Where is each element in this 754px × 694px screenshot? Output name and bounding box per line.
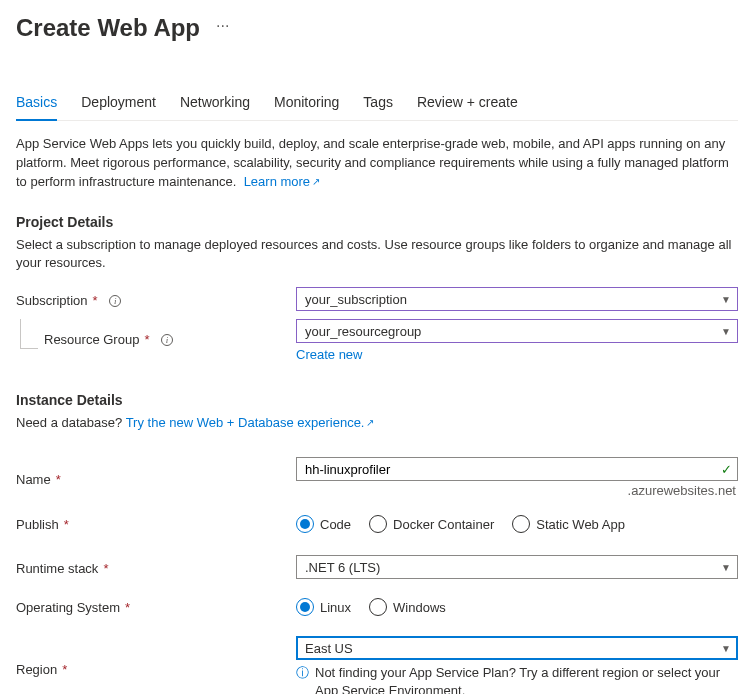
os-radio-windows[interactable]: Windows [369, 598, 446, 616]
tab-bar: Basics Deployment Networking Monitoring … [16, 86, 738, 121]
info-solid-icon: ⓘ [296, 664, 309, 694]
tab-networking[interactable]: Networking [180, 86, 250, 120]
runtime-select-value: .NET 6 (LTS) [305, 560, 380, 575]
required-icon: * [125, 600, 130, 615]
info-icon[interactable]: i [161, 334, 173, 346]
chevron-down-icon: ▼ [721, 294, 731, 305]
name-label: Name [16, 472, 51, 487]
resource-group-select-value: your_resourcegroup [305, 324, 421, 339]
required-icon: * [62, 662, 67, 677]
publish-radio-static[interactable]: Static Web App [512, 515, 625, 533]
project-details-heading: Project Details [16, 214, 738, 230]
publish-label: Publish [16, 517, 59, 532]
os-radio-group: Linux Windows [296, 595, 738, 616]
web-database-link[interactable]: Try the new Web + Database experience.↗ [126, 415, 375, 430]
publish-radio-docker[interactable]: Docker Container [369, 515, 494, 533]
subscription-select[interactable]: your_subscription ▼ [296, 287, 738, 311]
external-link-icon: ↗ [312, 176, 320, 187]
external-link-icon: ↗ [366, 417, 374, 428]
required-icon: * [144, 332, 149, 347]
intro-body: App Service Web Apps lets you quickly bu… [16, 136, 729, 189]
tab-tags[interactable]: Tags [363, 86, 393, 120]
tab-basics[interactable]: Basics [16, 86, 57, 120]
region-hint: Not finding your App Service Plan? Try a… [315, 664, 738, 694]
create-new-link[interactable]: Create new [296, 347, 362, 362]
publish-radio-code[interactable]: Code [296, 515, 351, 533]
name-input[interactable] [296, 457, 738, 481]
required-icon: * [103, 561, 108, 576]
name-suffix: .azurewebsites.net [296, 483, 738, 498]
required-icon: * [64, 517, 69, 532]
tab-deployment[interactable]: Deployment [81, 86, 156, 120]
info-icon[interactable]: i [109, 295, 121, 307]
chevron-down-icon: ▼ [721, 562, 731, 573]
os-label: Operating System [16, 600, 120, 615]
learn-more-link[interactable]: Learn more↗ [244, 174, 320, 189]
required-icon: * [56, 472, 61, 487]
instance-db-prompt: Need a database? Try the new Web + Datab… [16, 414, 738, 433]
resource-group-select[interactable]: your_resourcegroup ▼ [296, 319, 738, 343]
page-title: Create Web App [16, 10, 200, 42]
tab-review[interactable]: Review + create [417, 86, 518, 120]
region-select[interactable]: East US ▼ [296, 636, 738, 660]
tab-monitoring[interactable]: Monitoring [274, 86, 339, 120]
chevron-down-icon: ▼ [721, 326, 731, 337]
runtime-select[interactable]: .NET 6 (LTS) ▼ [296, 555, 738, 579]
region-select-value: East US [305, 641, 353, 656]
chevron-down-icon: ▼ [721, 643, 731, 654]
intro-text: App Service Web Apps lets you quickly bu… [16, 135, 738, 192]
indent-line [20, 319, 38, 349]
os-radio-linux[interactable]: Linux [296, 598, 351, 616]
project-details-desc: Select a subscription to manage deployed… [16, 236, 738, 274]
subscription-select-value: your_subscription [305, 292, 407, 307]
runtime-label: Runtime stack [16, 561, 98, 576]
more-icon[interactable]: ··· [216, 17, 229, 35]
publish-radio-group: Code Docker Container Static Web App [296, 512, 738, 533]
required-icon: * [93, 293, 98, 308]
resource-group-label: Resource Group [44, 332, 139, 347]
subscription-label: Subscription [16, 293, 88, 308]
region-label: Region [16, 662, 57, 677]
instance-details-heading: Instance Details [16, 392, 738, 408]
